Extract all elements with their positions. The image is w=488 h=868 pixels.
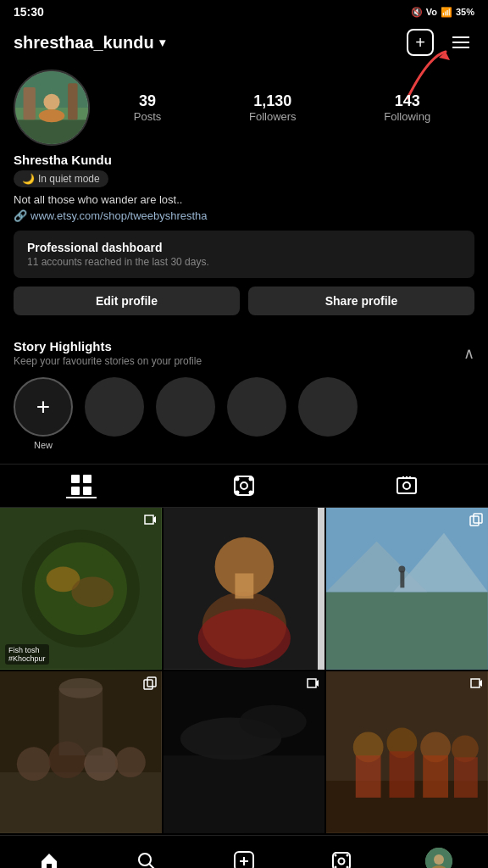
avatar[interactable] bbox=[14, 70, 90, 146]
svg-rect-9 bbox=[83, 475, 92, 483]
svg-line-65 bbox=[149, 864, 154, 868]
svg-rect-41 bbox=[0, 772, 162, 832]
nav-search[interactable] bbox=[125, 844, 168, 868]
highlight-circle-3[interactable] bbox=[156, 377, 215, 437]
svg-point-19 bbox=[403, 482, 410, 489]
add-post-button[interactable]: + bbox=[407, 29, 434, 56]
svg-rect-46 bbox=[59, 688, 103, 755]
photo-badge-3 bbox=[469, 513, 483, 530]
tab-tagged[interactable] bbox=[391, 473, 422, 498]
photo-cell-3[interactable] bbox=[326, 508, 488, 670]
share-profile-button[interactable]: Share profile bbox=[248, 287, 474, 315]
nav-icons: + bbox=[407, 29, 474, 56]
svg-rect-18 bbox=[397, 478, 416, 493]
pro-dashboard[interactable]: Professional dashboard 11 accounts reach… bbox=[14, 231, 474, 278]
reels-icon bbox=[233, 475, 255, 497]
svg-point-37 bbox=[399, 566, 406, 573]
svg-rect-38 bbox=[470, 516, 479, 526]
highlights-sub: Keep your favourite stories on your prof… bbox=[14, 355, 202, 367]
followers-stat[interactable]: 1,130 Followers bbox=[249, 92, 297, 123]
svg-rect-32 bbox=[326, 592, 488, 669]
mute-icon: 🔇 bbox=[411, 7, 423, 18]
photo-badge-5 bbox=[306, 676, 319, 693]
edit-profile-button[interactable]: Edit profile bbox=[14, 287, 240, 315]
following-count: 143 bbox=[395, 92, 420, 110]
highlight-new-circle[interactable]: + bbox=[14, 377, 73, 437]
nav-home[interactable] bbox=[28, 844, 70, 868]
tab-grid[interactable] bbox=[66, 473, 97, 498]
quiet-mode-text: In quiet mode bbox=[38, 173, 100, 185]
photo-dark-image bbox=[164, 671, 325, 833]
following-label: Following bbox=[384, 110, 430, 123]
svg-rect-63 bbox=[454, 757, 478, 798]
video-icon bbox=[143, 513, 157, 526]
svg-rect-4 bbox=[24, 87, 36, 120]
svg-rect-57 bbox=[356, 755, 381, 798]
svg-point-6 bbox=[43, 94, 59, 110]
svg-point-24 bbox=[71, 577, 114, 608]
followers-count: 1,130 bbox=[253, 92, 291, 110]
chevron-down-icon[interactable]: ▾ bbox=[159, 36, 165, 49]
highlight-item-4[interactable] bbox=[227, 377, 286, 437]
highlight-new-label: New bbox=[34, 440, 53, 450]
photo-cell-4[interactable] bbox=[0, 671, 162, 833]
search-icon bbox=[136, 851, 157, 868]
highlight-circle-2[interactable] bbox=[85, 377, 144, 437]
svg-point-53 bbox=[239, 705, 306, 739]
stats-row: 39 Posts 1,130 Followers 143 Following bbox=[90, 92, 474, 123]
highlights-section: Story Highlights Keep your favourite sto… bbox=[0, 332, 488, 460]
svg-point-45 bbox=[115, 747, 146, 777]
posts-label: Posts bbox=[134, 110, 162, 123]
nav-add[interactable] bbox=[223, 844, 265, 868]
status-icons: 🔇 Vo 📶 35% bbox=[411, 7, 474, 18]
tab-reels[interactable] bbox=[229, 473, 259, 498]
quiet-mode-badge[interactable]: 🌙 In quiet mode bbox=[14, 170, 108, 187]
nav-profile-avatar bbox=[425, 848, 452, 868]
highlight-new-item[interactable]: + New bbox=[14, 377, 73, 450]
username-row[interactable]: shresthaa_kundu ▾ bbox=[14, 33, 165, 53]
photo-mountain-image bbox=[326, 508, 488, 670]
svg-point-15 bbox=[250, 478, 252, 481]
photo-badge-1 bbox=[143, 513, 157, 530]
battery-icon: 35% bbox=[456, 7, 474, 17]
profile-name: Shrestha Kundu bbox=[14, 153, 474, 167]
photo-cell-6[interactable] bbox=[326, 671, 488, 833]
svg-point-17 bbox=[250, 492, 252, 494]
pro-dashboard-title: Professional dashboard bbox=[27, 241, 461, 254]
nav-profile[interactable] bbox=[418, 844, 460, 868]
svg-point-70 bbox=[339, 858, 345, 864]
highlight-circle-5[interactable] bbox=[298, 377, 358, 437]
username-text: shresthaa_kundu bbox=[14, 33, 154, 53]
video-icon-2 bbox=[306, 676, 319, 690]
photo-monks-image bbox=[326, 671, 488, 833]
profile-stats-row: 39 Posts 1,130 Followers 143 Following bbox=[14, 70, 474, 146]
posts-stat[interactable]: 39 Posts bbox=[134, 92, 162, 123]
following-stat[interactable]: 143 Following bbox=[384, 92, 430, 123]
pro-dashboard-sub: 11 accounts reached in the last 30 days. bbox=[27, 256, 461, 268]
highlight-item-5[interactable] bbox=[298, 377, 358, 437]
photo-cell-2[interactable] bbox=[164, 508, 325, 670]
svg-point-72 bbox=[347, 854, 349, 856]
svg-point-76 bbox=[434, 854, 444, 865]
highlight-circle-4[interactable] bbox=[227, 377, 286, 437]
photo-portrait-image bbox=[164, 508, 325, 670]
top-nav: shresthaa_kundu ▾ + bbox=[0, 22, 488, 66]
photo-cell-5[interactable] bbox=[164, 671, 325, 833]
profile-section: 39 Posts 1,130 Followers 143 Following S… bbox=[0, 66, 488, 332]
copy-icon bbox=[469, 513, 483, 526]
bio-link[interactable]: 🔗 www.etsy.com/shop/tweebyshrestha bbox=[14, 209, 474, 222]
photo-festival-image bbox=[0, 671, 162, 833]
highlight-item-2[interactable] bbox=[85, 377, 144, 437]
svg-rect-10 bbox=[71, 487, 80, 495]
photo-cell-1[interactable]: Fish tosh#Khochpur bbox=[0, 508, 162, 670]
photo-badge-6 bbox=[469, 676, 483, 693]
menu-button[interactable] bbox=[447, 29, 474, 56]
nav-reels[interactable] bbox=[320, 844, 363, 868]
copy-icon-2 bbox=[143, 676, 157, 690]
svg-rect-29 bbox=[235, 574, 253, 599]
highlight-item-3[interactable] bbox=[156, 377, 215, 437]
chevron-up-icon[interactable]: ∧ bbox=[463, 344, 474, 363]
video-icon-3 bbox=[469, 676, 483, 690]
svg-point-30 bbox=[197, 609, 290, 668]
home-icon bbox=[39, 851, 59, 868]
